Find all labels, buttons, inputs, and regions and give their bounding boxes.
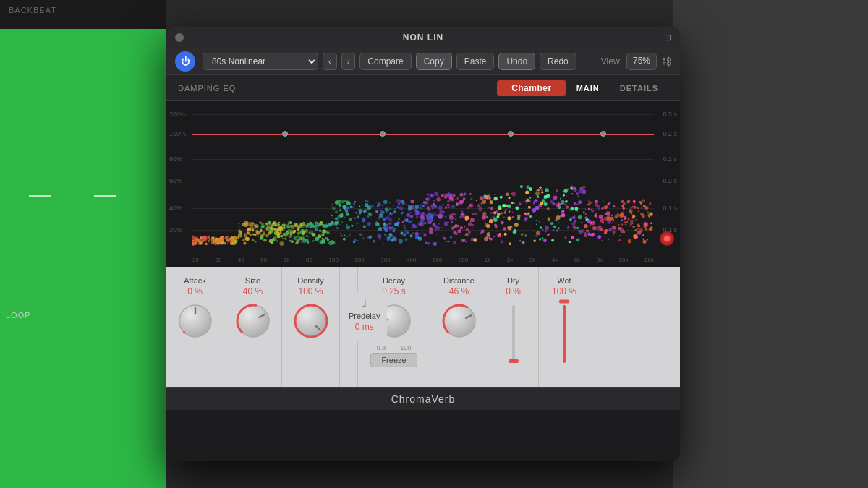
tab-main[interactable]: MAIN [566, 80, 610, 97]
density-knob[interactable] [292, 302, 330, 340]
eq-handle-3[interactable] [508, 131, 514, 137]
dry-label: Dry [507, 276, 519, 285]
freeze-section: 0.3 100 Freeze [370, 343, 417, 367]
label-100: 100% [169, 130, 186, 137]
bg-left-green [0, 0, 166, 488]
attack-value: 0 % [187, 286, 203, 296]
label-80: 80% [169, 155, 182, 163]
wet-slider-track[interactable] [563, 305, 566, 363]
label-r-02s-1: 0.2 s [663, 130, 677, 137]
freeze-range-high: 100 [400, 344, 411, 351]
eq-handle-2[interactable] [380, 131, 386, 137]
zoom-value: 75% [626, 53, 657, 70]
dry-slider-thumb[interactable] [509, 359, 519, 363]
bottom-bar: ChromaVerb [166, 387, 680, 410]
label-r-02s-2: 0.2 s [663, 155, 677, 163]
plugin-window: NON LIN ⊡ ⏻ 80s Nonlinear ‹ › Compare Co… [166, 27, 680, 461]
left-indicator-2 [94, 195, 116, 197]
label-200: 200% [169, 111, 186, 118]
tab-details[interactable]: DETAILS [610, 80, 668, 97]
attack-group: Attack 0 % [166, 267, 224, 387]
size-knob[interactable] [234, 302, 272, 340]
density-label: Density [297, 276, 324, 285]
distance-knob[interactable] [441, 302, 478, 340]
eq-line[interactable] [192, 134, 654, 135]
record-indicator [660, 231, 674, 246]
freeze-button[interactable]: Freeze [370, 353, 417, 367]
window-resize-icon[interactable]: ⊡ [664, 33, 671, 43]
freq-labels: 203040506080100 2003004006008001k 2k3k4k… [192, 257, 654, 263]
attack-knob[interactable] [176, 302, 214, 340]
size-knob-container [234, 302, 272, 340]
predelay-label: Predelay [349, 312, 380, 320]
chamber-badge: Chamber [497, 80, 566, 96]
eq-visualizer: 200% 0.5 s 100% 0.2 s 80% 0.2 s 60% 0.2 … [166, 101, 680, 267]
freeze-range: 0.3 100 [377, 344, 412, 351]
predelay-note-icon: ♩ [362, 296, 367, 310]
paste-button[interactable]: Paste [456, 53, 495, 70]
grid-line-200 [192, 114, 654, 115]
undo-button[interactable]: Undo [498, 53, 535, 70]
view-label: View: [601, 56, 622, 67]
size-value: 40 % [243, 286, 263, 296]
section-bar: DAMPING EQ Chamber MAIN DETAILS [166, 75, 680, 101]
loop-dashes: - - - - - - - - [6, 369, 75, 377]
label-40: 40% [169, 205, 182, 212]
distance-group: Distance 46 % [430, 267, 488, 387]
damping-eq-label: DAMPING EQ [178, 84, 497, 93]
loop-label: LOOP [6, 311, 31, 320]
label-r-02s-3: 0.2 s [663, 177, 677, 184]
plugin-title: ChromaVerb [391, 393, 456, 405]
predelay-group: ♩ Predelay 0 ms [341, 292, 387, 342]
wet-group: Wet 100 % [539, 267, 590, 387]
power-button[interactable]: ⏻ [175, 51, 195, 72]
label-60: 60% [169, 177, 182, 184]
eq-handle-1[interactable] [282, 131, 288, 137]
prev-button[interactable]: ‹ [323, 53, 337, 70]
distance-label: Distance [443, 276, 475, 285]
controls-section: Attack 0 % Size 40 % [166, 267, 680, 387]
compare-button[interactable]: Compare [359, 53, 411, 70]
dry-slider-track[interactable] [512, 305, 515, 363]
attack-label: Attack [184, 276, 206, 285]
left-indicator-1 [29, 195, 51, 197]
distance-value: 46 % [449, 286, 469, 296]
window-title: NON LIN [403, 33, 443, 43]
wet-slider-thumb[interactable] [559, 300, 569, 304]
dry-group: Dry 0 % [488, 267, 539, 387]
toolbar: ⏻ 80s Nonlinear ‹ › Compare Copy Paste U… [166, 48, 680, 75]
density-value: 100 % [298, 286, 323, 296]
traffic-light[interactable] [175, 33, 184, 42]
next-button[interactable]: › [341, 53, 356, 70]
wet-value: 100 % [552, 286, 576, 296]
particle-canvas [192, 174, 654, 257]
attack-knob-container [176, 302, 214, 340]
power-icon: ⏻ [181, 56, 190, 67]
predelay-value: 0 ms [355, 322, 374, 332]
density-knob-container [292, 302, 330, 340]
size-group: Size 40 % [224, 267, 282, 387]
title-bar: NON LIN ⊡ [166, 27, 680, 48]
backbeat-label: BACKBEAT [0, 0, 166, 29]
label-20: 20% [169, 226, 182, 234]
tab-group: MAIN DETAILS [566, 80, 668, 97]
decay-label: Decay [383, 276, 405, 285]
preset-selector[interactable]: 80s Nonlinear [203, 53, 318, 70]
redo-button[interactable]: Redo [540, 53, 576, 70]
eq-handle-4[interactable] [600, 131, 606, 137]
wet-label: Wet [557, 276, 571, 285]
wet-slider-fill [563, 305, 566, 363]
link-button[interactable]: ⛓ [661, 56, 671, 67]
bg-right [673, 0, 868, 488]
dry-value: 0 % [506, 286, 521, 296]
label-r-05s: 0.5 s [663, 111, 677, 118]
copy-button[interactable]: Copy [416, 53, 452, 70]
label-r-01s-1: 0.1 s [663, 205, 677, 212]
density-group: Density 100 % [282, 267, 340, 387]
size-label: Size [245, 276, 260, 285]
freeze-range-low: 0.3 [377, 344, 386, 351]
